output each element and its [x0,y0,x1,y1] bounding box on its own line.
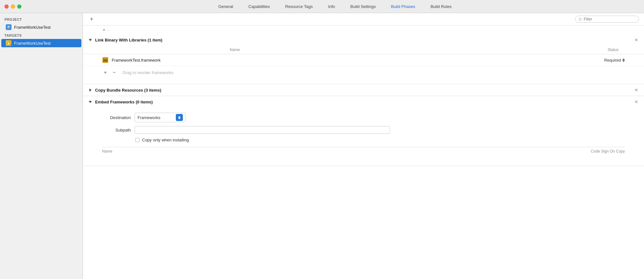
window-controls [0,4,26,9]
destination-select[interactable]: Frameworks [135,113,186,122]
targets-section-title: TARGETS [0,32,83,39]
tab-general[interactable]: General [211,0,241,13]
filter-box: ⊙ [575,16,639,23]
project-icon: P [6,24,11,30]
destination-label: Destination [102,115,131,120]
sidebar-item-project[interactable]: P FrameWorkUseTest [1,23,81,31]
tab-build-settings[interactable]: Build Settings [343,0,384,13]
embed-codesign-col: Code Sign On Copy [591,149,625,154]
add-phase-button[interactable]: + [88,16,95,23]
subpath-input[interactable] [135,126,390,134]
name-column-header: Name [230,48,561,52]
phases-scroll: ▲ ... Link Binary With Libraries (1 item… [83,26,644,279]
content-toolbar: + ⊙ [83,13,644,26]
link-binary-section: Link Binary With Libraries (1 item) ✕ Na… [83,34,644,84]
filter-icon: ⊙ [579,17,582,21]
filter-input[interactable] [584,17,635,21]
drag-hint: Drag to reorder frameworks [123,70,173,75]
copy-bundle-title: Copy Bundle Resources (3 items) [95,88,161,93]
stepper-up-icon [622,58,625,60]
copy-bundle-header[interactable]: Copy Bundle Resources (3 items) ✕ [83,84,644,96]
add-framework-button[interactable]: + [102,69,109,76]
link-binary-header[interactable]: Link Binary With Libraries (1 item) ✕ [83,34,644,46]
link-binary-table-header: Name Status [83,46,644,54]
subpath-row: Subpath [102,126,625,134]
truncated-section: ▲ ... [83,26,644,34]
sidebar-target-label: FrameWorkUseTest [14,41,51,46]
triangle-right-icon [89,88,92,92]
stepper-down-icon [622,60,625,62]
arr-down-icon [178,118,181,119]
embed-name-col: Name [102,149,591,154]
embed-form: Destination Frameworks Subpat [83,108,644,161]
framework-icon [102,57,109,63]
copy-bundle-close[interactable]: ✕ [634,87,639,93]
subpath-label: Subpath [102,128,131,132]
copy-bundle-toggle[interactable] [88,88,93,92]
checkbox-row: Copy only when installing [135,138,625,142]
triangle-down-icon [89,39,92,41]
sidebar: PROJECT P FrameWorkUseTest TARGETS ▲ Fra… [0,13,83,279]
embed-frameworks-close[interactable]: ✕ [634,99,639,104]
embed-table-header: Name Code Sign On Copy [102,147,625,155]
main-layout: PROJECT P FrameWorkUseTest TARGETS ▲ Fra… [0,13,644,279]
framework-name: FrameworkTest.framework [112,58,604,63]
close-button[interactable] [4,4,9,9]
svg-rect-1 [103,59,108,62]
svg-rect-2 [104,58,107,59]
embed-triangle-down-icon [89,101,92,103]
destination-stepper[interactable] [176,114,183,121]
link-binary-toggle[interactable] [88,38,93,42]
stepper-icon [622,58,625,62]
copy-only-label: Copy only when installing [142,138,189,142]
tab-build-rules[interactable]: Build Rules [423,0,459,13]
arr-up-icon [178,116,181,117]
embed-frameworks-title: Embed Frameworks (0 items) [95,100,153,104]
embed-frameworks-section: Embed Frameworks (0 items) ✕ Destination… [83,96,644,166]
destination-value: Frameworks [138,115,174,120]
embed-frameworks-toggle[interactable] [88,100,93,104]
destination-row: Destination Frameworks [102,113,625,122]
link-binary-close[interactable]: ✕ [634,37,639,42]
status-column-header: Status [561,48,625,52]
sidebar-project-label: FrameWorkUseTest [14,25,51,30]
maximize-button[interactable] [17,4,21,9]
link-binary-content: Name Status [83,46,644,84]
status-select[interactable]: Required [604,58,625,63]
link-binary-actions: + − Drag to reorder frameworks [83,66,644,79]
copy-only-checkbox[interactable] [135,138,139,142]
embed-frameworks-header[interactable]: Embed Frameworks (0 items) ✕ [83,96,644,108]
status-value: Required [604,58,621,63]
target-icon: ▲ [6,40,11,46]
tab-capabilities[interactable]: Capabilities [241,0,277,13]
svg-rect-3 [103,59,108,60]
project-section-title: PROJECT [0,16,83,23]
minimize-button[interactable] [11,4,15,9]
tab-resource-tags[interactable]: Resource Tags [278,0,320,13]
nav-tabs: General Capabilities Resource Tags Info … [26,0,644,13]
tab-build-phases[interactable]: Build Phases [383,0,423,13]
copy-bundle-section: Copy Bundle Resources (3 items) ✕ [83,84,644,96]
content-area: + ⊙ ▲ ... Link Binary With Libraries (1 … [83,13,644,279]
embed-frameworks-content: Destination Frameworks Subpat [83,108,644,166]
link-binary-title: Link Binary With Libraries (1 item) [95,38,162,42]
table-row: FrameworkTest.framework Required [83,54,644,66]
sidebar-item-target[interactable]: ▲ FrameWorkUseTest [1,39,81,47]
top-navigation: General Capabilities Resource Tags Info … [0,0,644,13]
tab-info[interactable]: Info [320,0,343,13]
remove-framework-button[interactable]: − [111,69,117,76]
